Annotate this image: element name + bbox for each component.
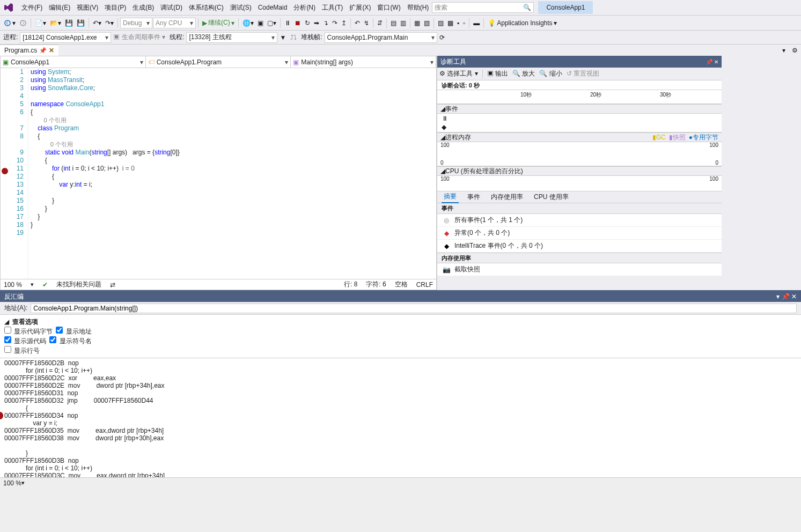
- tb-ic10[interactable]: ▪: [455, 18, 461, 28]
- menu-view[interactable]: 视图(V): [74, 2, 101, 14]
- output-button[interactable]: ▣ 输出: [487, 69, 508, 78]
- tb-ic8[interactable]: ▨: [436, 18, 445, 28]
- event-item[interactable]: ◎所有事件(1 个，共 1 个): [437, 214, 722, 227]
- code-area[interactable]: 12345678910111213141516171819 using Syst…: [1, 68, 436, 279]
- opt-address[interactable]: 显示地址: [56, 327, 91, 336]
- filter-icon[interactable]: ▼: [280, 34, 286, 41]
- nav-fwd[interactable]: [18, 18, 28, 28]
- opt-symbols[interactable]: 显示符号名: [49, 336, 91, 346]
- step-out-icon[interactable]: ↥: [340, 18, 348, 28]
- new-item-icon[interactable]: 📄▾: [33, 18, 48, 28]
- continue-button[interactable]: ▶ 继续(C) ▾: [201, 17, 236, 28]
- select-tool-button[interactable]: ⚙ 选择工具 ▾: [439, 69, 478, 78]
- tab-summary[interactable]: 摘要: [442, 191, 459, 203]
- process-dropdown[interactable]: [18124] ConsoleApp1.exe: [20, 32, 111, 43]
- menu-edit[interactable]: 编辑(E): [46, 2, 74, 14]
- tb-ic5[interactable]: ▥: [399, 18, 408, 28]
- tb-ic2[interactable]: ↯: [362, 18, 371, 28]
- step-over-icon[interactable]: ↷: [330, 18, 339, 28]
- snapshot-button[interactable]: 📷 截取快照: [437, 263, 722, 276]
- breakpoint-icon[interactable]: [0, 412, 3, 419]
- undo-icon[interactable]: ↶▾: [91, 18, 103, 28]
- tb-ic1[interactable]: ↶: [353, 18, 362, 28]
- menu-extensions[interactable]: 扩展(X): [346, 2, 374, 14]
- tb-ic3[interactable]: ⇵: [376, 18, 384, 28]
- platform-dropdown[interactable]: Any CPU: [153, 18, 196, 28]
- event-item[interactable]: ◆异常(0 个，共 0 个): [437, 227, 722, 240]
- tab-events[interactable]: 事件: [465, 191, 482, 203]
- tb-ic6[interactable]: ▦: [413, 18, 422, 28]
- menu-project[interactable]: 项目(P): [101, 2, 129, 14]
- search-box[interactable]: 搜索 🔍: [432, 2, 534, 13]
- pause-icon[interactable]: ⏸: [442, 115, 448, 122]
- save-icon[interactable]: 💾: [63, 18, 75, 28]
- tb-d2[interactable]: ⤵: [293, 34, 297, 41]
- tabs-settings-icon[interactable]: ⚙: [789, 47, 801, 54]
- diamond-icon: ◆: [442, 123, 446, 131]
- config-dropdown[interactable]: Debug: [120, 18, 152, 28]
- restart-icon[interactable]: ↻: [303, 18, 312, 28]
- menu-file[interactable]: 文件(F): [18, 2, 46, 14]
- browser-icon[interactable]: 🌐▾: [241, 18, 255, 28]
- code-lines[interactable]: using System;using MassTransit;using Sno…: [28, 68, 436, 279]
- time-ruler[interactable]: 10秒 20秒 30秒: [437, 90, 722, 104]
- pin-icon[interactable]: 📌: [39, 47, 47, 54]
- menu-arch[interactable]: 体系结构(C): [186, 2, 227, 14]
- tab-program-cs[interactable]: Program.cs 📌 ✕: [0, 45, 58, 56]
- menu-analyze[interactable]: 分析(N): [290, 2, 319, 14]
- view2-icon[interactable]: ▢▾: [266, 18, 278, 28]
- tb-ic12[interactable]: ▬: [472, 18, 481, 28]
- nav-method[interactable]: ▣ Main(string[] args): [291, 56, 436, 68]
- menu-debug[interactable]: 调试(D): [157, 2, 186, 14]
- nav-class[interactable]: 🏷 ConsoleApp1.Program: [146, 56, 291, 68]
- disasm-code[interactable]: 00007FFF18560D2B nop for (int i = 0; i <…: [0, 358, 801, 477]
- opt-codebytes[interactable]: 显示代码字节: [4, 327, 53, 336]
- step-into-icon[interactable]: ↴: [321, 18, 330, 28]
- address-input[interactable]: [31, 304, 797, 313]
- reset-button[interactable]: ↺ 重置视图: [567, 69, 599, 78]
- nav-project[interactable]: ▣ ConsoleApp1: [1, 56, 146, 68]
- tb-ic4[interactable]: ▤: [389, 18, 398, 28]
- breakpoint-icon[interactable]: [2, 168, 8, 174]
- show-next-icon[interactable]: ➡: [312, 18, 321, 28]
- pin-icon[interactable]: ▾ 📌 ✕: [776, 293, 797, 300]
- menu-tools[interactable]: 工具(T): [319, 2, 346, 14]
- tab-memory[interactable]: 内存使用率: [489, 191, 525, 203]
- chevron-down-icon[interactable]: ◢: [4, 318, 9, 326]
- opt-source[interactable]: 显示源代码: [4, 336, 46, 346]
- stack-dropdown[interactable]: ConsoleApp1.Program.Main: [325, 32, 437, 43]
- menu-build[interactable]: 生成(B): [129, 2, 157, 14]
- menu-window[interactable]: 窗口(W): [374, 2, 403, 14]
- chevron-down-icon[interactable]: ◢: [440, 105, 445, 113]
- disasm-zoom[interactable]: 100 %: [3, 479, 21, 487]
- solution-name[interactable]: ConsoleApp1: [538, 1, 593, 14]
- collapsed-panels[interactable]: [722, 56, 801, 290]
- open-icon[interactable]: 📂▾: [48, 18, 63, 28]
- opt-linenum[interactable]: 显示行号: [4, 346, 40, 356]
- zoomin-button[interactable]: 🔍 放大: [512, 69, 535, 78]
- app-insights-button[interactable]: 💡 Application Insights ▾: [486, 18, 558, 28]
- tb-d3[interactable]: ⟳: [439, 34, 445, 41]
- tabs-menu-icon[interactable]: ▾: [779, 47, 789, 54]
- stop-icon[interactable]: ⏹: [293, 18, 303, 28]
- redo-icon[interactable]: ↷▾: [104, 18, 115, 28]
- tb-ic9[interactable]: ▩: [446, 18, 455, 28]
- menu-test[interactable]: 测试(S): [227, 2, 255, 14]
- nav-back[interactable]: ▾: [2, 18, 17, 28]
- save-all-icon[interactable]: 💾: [75, 18, 86, 28]
- tb-ic7[interactable]: ▧: [422, 18, 431, 28]
- event-item[interactable]: ◆IntelliTrace 事件(0 个，共 0 个): [437, 240, 722, 253]
- pause-icon[interactable]: ⏸: [283, 18, 292, 28]
- view1-icon[interactable]: ▣: [256, 18, 265, 28]
- tb-ic11[interactable]: ▫: [461, 18, 467, 28]
- tab-cpu[interactable]: CPU 使用率: [532, 191, 571, 203]
- pin-icon[interactable]: 📌 ✕: [706, 59, 718, 65]
- zoom-dropdown[interactable]: 100 %: [4, 281, 22, 289]
- menu-codemaid[interactable]: CodeMaid: [255, 2, 291, 13]
- menu-help[interactable]: 帮助(H): [404, 2, 432, 14]
- issue-nav-icon[interactable]: ⇄: [110, 281, 115, 289]
- zoomout-button[interactable]: 🔍 缩小: [539, 69, 562, 78]
- lifecycle-icon[interactable]: ▣ 生命周期事件 ▾: [113, 33, 165, 42]
- close-icon[interactable]: ✕: [49, 47, 54, 54]
- thread-dropdown[interactable]: [13328] 主线程: [186, 32, 277, 43]
